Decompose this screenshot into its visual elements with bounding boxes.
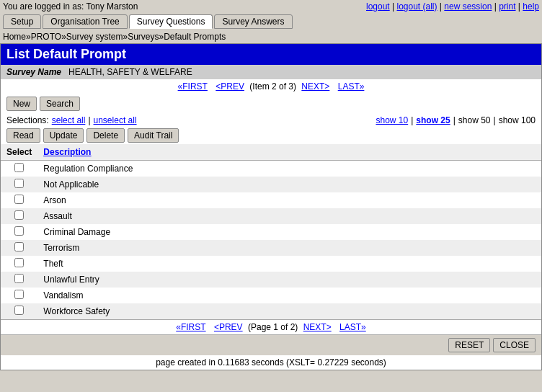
row-checkbox-cell[interactable] <box>1 240 37 256</box>
table-row: Unlawful Entry <box>1 272 541 288</box>
row-description: Vandalism <box>37 288 541 303</box>
content-area: List Default Prompt Survey Name HEALTH, … <box>0 43 542 370</box>
next-link[interactable]: NEXT> <box>301 81 329 92</box>
main-table: Select Description Regulation Compliance… <box>1 144 541 319</box>
bottom-page-info: (Page 1 of 2) <box>248 322 298 332</box>
bottom-nav-bar: «FIRST <PREV (Page 1 of 2) NEXT> LAST» <box>1 319 541 334</box>
row-description: Arson <box>37 192 541 208</box>
action-buttons: Read Update Delete Audit Trail <box>1 127 541 144</box>
update-button[interactable]: Update <box>43 128 84 143</box>
selections-bar: Selections: select all | unselect all sh… <box>1 114 541 127</box>
show-25-link[interactable]: show 25 <box>416 115 450 125</box>
col-description: Description <box>37 144 541 161</box>
row-checkbox[interactable] <box>14 226 24 236</box>
show-100-text[interactable]: show 100 <box>499 115 536 125</box>
toolbar: New Search <box>1 94 541 114</box>
logged-in-text: You are logged in as: Tony Marston <box>3 1 138 12</box>
bottom-first-link[interactable]: «FIRST <box>176 322 205 332</box>
row-checkbox[interactable] <box>14 258 24 267</box>
show-options: show 10 | show 25 | show 50 | show 100 <box>376 115 536 125</box>
read-button[interactable]: Read <box>6 128 40 143</box>
row-checkbox[interactable] <box>14 210 24 220</box>
tab-organisation-tree[interactable]: Organisation Tree <box>43 14 127 29</box>
pipe-separator: | <box>88 115 90 125</box>
top-bar: You are logged in as: Tony Marston logou… <box>0 0 542 13</box>
search-button[interactable]: Search <box>40 97 80 111</box>
first-link[interactable]: «FIRST <box>178 81 208 92</box>
row-description: Assault <box>37 208 541 224</box>
bottom-last-link[interactable]: LAST» <box>339 322 366 332</box>
table-row: Arson <box>1 192 541 208</box>
row-description: Criminal Damage <box>37 224 541 240</box>
row-checkbox[interactable] <box>14 163 24 172</box>
breadcrumb: Home»PROTO»Survey system»Surveys»Default… <box>0 30 542 43</box>
row-checkbox-cell[interactable] <box>1 303 37 319</box>
row-checkbox[interactable] <box>14 179 24 188</box>
row-checkbox-cell[interactable] <box>1 272 37 288</box>
table-row: Not Applicable <box>1 177 541 192</box>
row-description: Terrorism <box>37 240 541 256</box>
row-checkbox[interactable] <box>14 306 24 315</box>
top-links: logout | logout (all) | new session | pr… <box>366 1 539 12</box>
logout-all-link[interactable]: logout (all) <box>397 1 437 12</box>
row-checkbox-cell[interactable] <box>1 256 37 272</box>
row-checkbox[interactable] <box>14 274 24 283</box>
bottom-next-link[interactable]: NEXT> <box>303 322 332 332</box>
bottom-buttons: RESET CLOSE <box>1 334 541 355</box>
last-link[interactable]: LAST» <box>338 81 365 92</box>
row-description: Regulation Compliance <box>37 161 541 177</box>
tabs-bar: Setup Organisation Tree Survey Questions… <box>0 13 542 30</box>
row-checkbox-cell[interactable] <box>1 288 37 303</box>
delete-button[interactable]: Delete <box>86 128 125 143</box>
row-checkbox[interactable] <box>14 290 24 299</box>
footer: page created in 0.11683 seconds (XSLT= 0… <box>1 355 541 370</box>
prev-link[interactable]: <PREV <box>216 81 244 92</box>
show-10-link[interactable]: show 10 <box>376 115 408 125</box>
description-sort-link[interactable]: Description <box>43 147 91 157</box>
tab-setup[interactable]: Setup <box>3 14 41 29</box>
unselect-all-link[interactable]: unselect all <box>94 115 137 125</box>
select-all-link[interactable]: select all <box>52 115 86 125</box>
survey-name-label: Survey Name <box>6 67 61 77</box>
row-checkbox-cell[interactable] <box>1 224 37 240</box>
table-row: Regulation Compliance <box>1 161 541 177</box>
table-row: Vandalism <box>1 288 541 303</box>
bottom-prev-link[interactable]: <PREV <box>214 322 243 332</box>
audit-trail-button[interactable]: Audit Trail <box>128 128 179 143</box>
row-description: Unlawful Entry <box>37 272 541 288</box>
tab-survey-questions[interactable]: Survey Questions <box>129 14 213 29</box>
item-info: (Item 2 of 3) <box>249 81 296 92</box>
row-checkbox[interactable] <box>14 195 24 204</box>
selections-label: Selections: <box>6 115 49 125</box>
table-body: Regulation Compliance Not Applicable Ars… <box>1 161 541 320</box>
table-row: Criminal Damage <box>1 224 541 240</box>
tab-survey-answers[interactable]: Survey Answers <box>214 14 292 29</box>
page-title: List Default Prompt <box>1 44 541 65</box>
selections-left: Selections: select all | unselect all <box>6 115 137 125</box>
table-row: Theft <box>1 256 541 272</box>
row-description: Theft <box>37 256 541 272</box>
row-description: Workforce Safety <box>37 303 541 319</box>
top-nav-bar: «FIRST <PREV (Item 2 of 3) NEXT> LAST» <box>1 79 541 94</box>
table-row: Terrorism <box>1 240 541 256</box>
table-header-row: Select Description <box>1 144 541 161</box>
logout-link[interactable]: logout <box>366 1 390 12</box>
print-link[interactable]: print <box>499 1 515 12</box>
reset-button[interactable]: RESET <box>448 338 490 352</box>
close-button[interactable]: CLOSE <box>493 338 536 352</box>
show-50-text[interactable]: show 50 <box>458 115 491 125</box>
row-description: Not Applicable <box>37 177 541 192</box>
survey-name-bar: Survey Name HEALTH, SAFETY & WELFARE <box>1 65 541 79</box>
table-row: Workforce Safety <box>1 303 541 319</box>
row-checkbox-cell[interactable] <box>1 208 37 224</box>
col-select: Select <box>1 144 37 161</box>
help-link[interactable]: help <box>523 1 539 12</box>
row-checkbox-cell[interactable] <box>1 192 37 208</box>
row-checkbox[interactable] <box>14 242 24 251</box>
row-checkbox-cell[interactable] <box>1 161 37 177</box>
survey-name-value: HEALTH, SAFETY & WELFARE <box>68 67 192 77</box>
table-row: Assault <box>1 208 541 224</box>
row-checkbox-cell[interactable] <box>1 177 37 192</box>
new-session-link[interactable]: new session <box>444 1 492 12</box>
new-button[interactable]: New <box>6 97 37 111</box>
